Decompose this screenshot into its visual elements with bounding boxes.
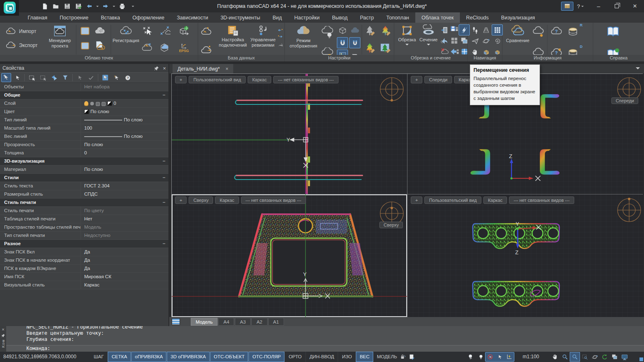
cloud-density-icon[interactable] (94, 25, 105, 36)
menu-tab-6[interactable]: 3D-инструменты (214, 12, 266, 23)
epsg-button[interactable]: EPSG (178, 42, 189, 53)
cloud-folder-icon[interactable] (79, 40, 90, 51)
viewport-control-button[interactable]: + (411, 76, 422, 83)
cube-cloud-icon[interactable] (159, 42, 170, 53)
connection-settings-button[interactable]: Настройка подключений (217, 24, 249, 47)
undo-dropdown-icon[interactable] (96, 6, 99, 8)
orbit-status-icon[interactable] (590, 353, 599, 361)
colorize-height-icon[interactable] (380, 25, 391, 36)
print-icon[interactable] (118, 2, 126, 10)
undo-icon[interactable] (85, 2, 93, 10)
viewport-bottom-right[interactable]: +Пользовательский видКаркас--- нет связа… (407, 194, 643, 317)
properties-help-icon[interactable] (123, 73, 133, 82)
viewport-canvas-plates-view[interactable]: Y Z (407, 194, 643, 317)
swivel-icon[interactable] (492, 35, 503, 47)
clip-cloud-icon[interactable] (79, 25, 90, 36)
menu-tab-4[interactable]: Оформление (126, 12, 171, 23)
sections-grid-icon[interactable] (449, 35, 460, 46)
no-rotate-icon[interactable] (485, 353, 495, 361)
resize-grip[interactable] (639, 357, 643, 361)
document-tab[interactable]: Деталь_НИИ.dwg* × (173, 64, 233, 73)
import-button[interactable]: Импорт (3, 24, 39, 38)
dynamic-ucs-icon[interactable] (504, 353, 514, 361)
cloud-db-in-icon[interactable] (201, 26, 212, 37)
display-mode-button[interactable]: Режим отображения (288, 24, 319, 48)
menu-tab-7[interactable]: Вид (266, 12, 288, 23)
save-icon[interactable] (63, 2, 71, 10)
status-toggle-ДИН-ВВОД[interactable]: ДИН-ВВОД (306, 352, 339, 362)
menu-tab-11[interactable]: Топоплан (380, 12, 415, 23)
collapse-section-icon[interactable]: − (159, 91, 168, 99)
status-toggle-3D оПРИВЯЗКА[interactable]: 3D оПРИВЯЗКА (167, 352, 210, 362)
viewport-control-button[interactable]: Пользовательский вид (189, 76, 245, 83)
crop-dropdown-icon[interactable] (405, 44, 409, 47)
section-add-icon[interactable] (439, 35, 450, 46)
property-value[interactable]: По слою (81, 166, 168, 173)
command-prompt[interactable]: Команда: (6, 345, 644, 352)
property-value[interactable]: ГОСТ 2.304 (81, 182, 168, 190)
new-file-icon[interactable] (40, 2, 49, 10)
snap-cloud-icon[interactable] (337, 37, 348, 48)
viewport-control-button[interactable]: --- нет связанных видов --- (509, 196, 574, 204)
tabbar-collapse-icon[interactable] (636, 67, 640, 71)
property-value[interactable]: Мировая СК (81, 273, 168, 281)
colorize-intensity-icon[interactable] (364, 25, 375, 36)
georeference-icon[interactable] (178, 25, 189, 36)
bulb-icon[interactable] (476, 353, 485, 361)
status-toggle-ОТС-ПОЛЯР[interactable]: ОТС-ПОЛЯР (249, 352, 285, 362)
move-points-icon[interactable] (75, 73, 85, 82)
property-value[interactable]: По слою (81, 108, 168, 116)
layout-tab-A3[interactable]: A3 (235, 318, 251, 326)
zoom-icon[interactable] (560, 353, 570, 361)
cloud-db-out-icon[interactable] (201, 45, 212, 56)
scale-indicator[interactable]: m1:100 (523, 352, 539, 362)
compass-view-label[interactable]: Сверху (379, 222, 403, 228)
layout-tab-Модель[interactable]: Модель (191, 318, 218, 326)
export-button[interactable]: Экспорт (3, 38, 39, 52)
document-tab-close-icon[interactable]: × (225, 66, 228, 72)
registration-button[interactable]: Регистрация (112, 25, 140, 43)
viewport-bottom-left[interactable]: +СверхуКаркас--- нет связанных видов --- (172, 194, 407, 317)
grid-view-icon[interactable] (492, 24, 503, 35)
colorize-class-icon[interactable] (364, 42, 375, 53)
viewport-control-button[interactable]: Сверху (189, 196, 213, 204)
view-compass-icon[interactable] (380, 78, 403, 102)
layer-print-icon[interactable] (102, 102, 106, 106)
status-toggle-ИЗО[interactable]: ИЗО (338, 352, 356, 362)
open-file-icon[interactable] (52, 2, 60, 10)
status-toggle-ВЕС[interactable]: ВЕС (356, 352, 374, 362)
zoom-extents-icon[interactable] (580, 353, 590, 361)
redo-icon[interactable] (102, 2, 110, 10)
viewport-control-button[interactable]: Каркас (483, 196, 507, 204)
status-toggle-ОРТО[interactable]: ОРТО (285, 352, 306, 362)
menu-tab-5[interactable]: Зависимости (170, 12, 214, 23)
property-value[interactable]: По слою (81, 141, 168, 149)
deselect-icon[interactable] (111, 73, 121, 82)
property-value[interactable]: Модель (81, 223, 168, 231)
property-value[interactable]: По слою (81, 132, 168, 140)
save-sections-icon[interactable] (449, 24, 460, 35)
revision-arrows-icon[interactable] (277, 26, 284, 51)
cloud-query-icon[interactable] (549, 25, 564, 39)
layer-lock-icon[interactable] (96, 102, 100, 106)
menu-tab-1[interactable]: Главная (21, 12, 54, 23)
select-window-icon[interactable] (27, 73, 37, 82)
select-add-icon[interactable] (1, 73, 11, 82)
collapse-section-icon[interactable]: − (159, 199, 168, 206)
space-label[interactable]: МОДЕЛЬ (377, 352, 397, 362)
select-cursor-icon[interactable] (12, 73, 22, 82)
select-mode-icon[interactable] (495, 353, 504, 361)
maximize-button[interactable] (608, 0, 626, 12)
property-value[interactable]: 100 (81, 124, 168, 132)
layer-color-swatch[interactable] (107, 101, 112, 106)
quick-select-icon[interactable] (49, 73, 59, 82)
property-value[interactable]: По цвету (81, 207, 168, 215)
status-toggle-СЕТКА[interactable]: СЕТКА (108, 352, 131, 362)
viewport-control-button[interactable]: Спереди (424, 76, 452, 83)
section-button[interactable]: Сечение (418, 24, 439, 47)
help-dropdown-icon[interactable] (581, 6, 584, 8)
viewport-canvas-side-view[interactable]: Y (172, 74, 407, 194)
cloud-transform-icon[interactable] (141, 42, 152, 53)
qat-customize-icon[interactable] (132, 6, 134, 8)
command-pin-icon[interactable] (1, 334, 5, 338)
